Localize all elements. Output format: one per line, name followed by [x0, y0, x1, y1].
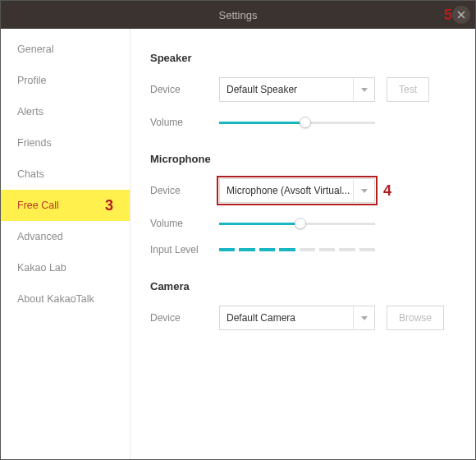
sidebar-item-profile[interactable]: Profile: [1, 65, 130, 96]
close-icon: [457, 11, 465, 19]
annotation-3: 3: [105, 197, 113, 214]
titlebar: Settings 5: [1, 1, 475, 29]
sidebar-item-general[interactable]: General: [1, 34, 130, 65]
speaker-volume-row: Volume: [150, 117, 455, 128]
speaker-volume-label: Volume: [150, 117, 208, 128]
sidebar: GeneralProfileAlertsFriendsChatsFree Cal…: [1, 29, 130, 459]
speaker-title: Speaker: [150, 52, 455, 64]
content: Speaker Device Default Speaker Test Volu…: [130, 29, 475, 459]
camera-device-value: Default Camera: [227, 312, 295, 324]
microphone-level-row: Input Level: [150, 244, 455, 255]
speaker-section: Speaker Device Default Speaker Test Volu…: [150, 52, 455, 128]
sidebar-item-free-call[interactable]: Free Call3: [1, 190, 130, 221]
microphone-device-value: Microphone (Avsoft Virtual...: [227, 185, 350, 196]
microphone-device-label: Device: [150, 185, 208, 196]
speaker-device-select[interactable]: Default Speaker: [219, 77, 375, 102]
speaker-volume-slider[interactable]: [219, 117, 375, 128]
microphone-title: Microphone: [150, 153, 455, 165]
level-segment: [239, 248, 254, 251]
microphone-volume-slider[interactable]: [219, 218, 375, 229]
camera-device-select[interactable]: Default Camera: [219, 306, 375, 330]
level-segment: [279, 248, 295, 251]
microphone-level-meter: [219, 248, 375, 251]
camera-title: Camera: [150, 280, 455, 292]
body: GeneralProfileAlertsFriendsChatsFree Cal…: [1, 29, 475, 459]
level-segment: [339, 248, 355, 251]
speaker-device-value: Default Speaker: [227, 84, 297, 95]
annotation-5: 5: [444, 7, 452, 24]
camera-device-label: Device: [150, 312, 208, 324]
window-title: Settings: [219, 9, 258, 21]
microphone-volume-fill: [219, 223, 300, 225]
microphone-device-row: Device Microphone (Avsoft Virtual... 4: [150, 178, 455, 203]
speaker-volume-thumb[interactable]: [300, 117, 311, 128]
microphone-select-wrap: Microphone (Avsoft Virtual... 4: [219, 178, 375, 203]
sidebar-item-kakao-lab[interactable]: Kakao Lab: [1, 252, 130, 283]
close-button[interactable]: [452, 6, 470, 24]
level-segment: [319, 248, 335, 251]
annotation-4: 4: [383, 182, 391, 200]
level-segment: [300, 248, 315, 251]
chevron-down-icon: [353, 179, 374, 202]
microphone-volume-row: Volume: [150, 218, 455, 229]
microphone-section: Microphone Device Microphone (Avsoft Vir…: [150, 153, 455, 255]
camera-section: Camera Device Default Camera Browse: [150, 280, 455, 330]
sidebar-item-friends[interactable]: Friends: [1, 127, 130, 159]
chevron-down-icon: [353, 78, 374, 101]
speaker-test-button[interactable]: Test: [387, 77, 429, 102]
sidebar-item-about-kakaotalk[interactable]: About KakaoTalk: [1, 283, 130, 315]
camera-browse-button[interactable]: Browse: [387, 306, 444, 330]
sidebar-item-chats[interactable]: Chats: [1, 159, 130, 190]
microphone-device-select[interactable]: Microphone (Avsoft Virtual...: [219, 178, 375, 203]
level-segment: [219, 248, 235, 251]
sidebar-item-advanced[interactable]: Advanced: [1, 221, 130, 252]
chevron-down-icon: [353, 306, 374, 329]
level-segment: [259, 248, 275, 251]
level-segment: [359, 248, 375, 251]
settings-window: Settings 5 GeneralProfileAlertsFriendsCh…: [0, 0, 476, 460]
camera-device-row: Device Default Camera Browse: [150, 306, 455, 330]
speaker-device-row: Device Default Speaker Test: [150, 77, 455, 102]
speaker-device-label: Device: [150, 84, 208, 95]
sidebar-item-alerts[interactable]: Alerts: [1, 96, 130, 127]
microphone-level-label: Input Level: [150, 244, 208, 255]
microphone-volume-thumb[interactable]: [295, 218, 306, 229]
speaker-volume-fill: [219, 122, 305, 124]
microphone-volume-label: Volume: [150, 218, 208, 229]
